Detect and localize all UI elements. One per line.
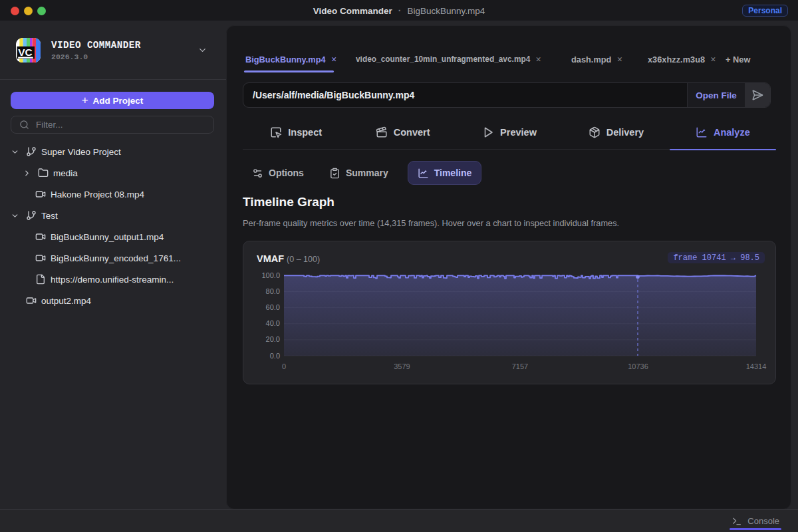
svg-text:VC: VC	[18, 47, 33, 58]
